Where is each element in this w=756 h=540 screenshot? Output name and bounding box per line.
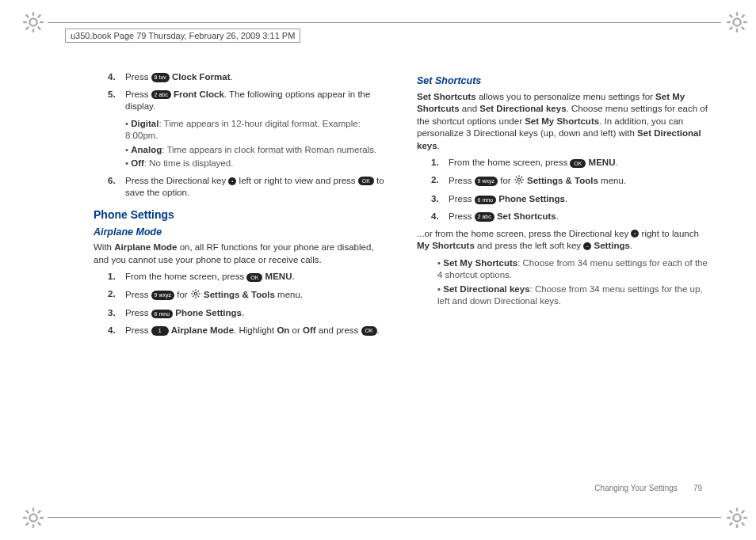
svg-line-41 [193, 291, 194, 292]
corner-gear-icon [22, 507, 44, 529]
svg-line-8 [26, 27, 29, 30]
section-heading: Phone Settings [94, 207, 385, 222]
step: 4.Press 2 abc Set Shortcuts. [417, 211, 708, 223]
bullet: Off: No time is displayed. [125, 158, 385, 170]
step: 5.Press 2 abc Front Clock. The following… [94, 89, 385, 113]
svg-line-42 [197, 295, 199, 297]
phone-key-icon: 6 mno [475, 196, 496, 205]
step: 4.Press 8 tuv Clock Format. [94, 71, 385, 84]
phone-key-icon: 8 tuv [151, 73, 170, 82]
directional-key-icon: • [631, 230, 639, 238]
svg-line-5 [26, 15, 29, 18]
page-footer: Changing Your Settings79 [594, 484, 702, 492]
svg-point-0 [29, 18, 36, 25]
softkey-icon: – [583, 242, 591, 250]
step: 3.Press 6 mno Phone Settings. [417, 193, 708, 206]
paragraph: Set Shortcuts allows you to personalize … [417, 91, 708, 153]
gear-icon [514, 174, 525, 189]
svg-line-25 [38, 511, 41, 514]
phone-key-icon: 9 wxyz [151, 291, 174, 300]
directional-key-icon: • [228, 177, 236, 185]
svg-line-14 [730, 15, 733, 18]
svg-point-9 [733, 18, 740, 25]
svg-point-18 [29, 514, 36, 521]
bullet: Analog: Time appears in clock format wit… [125, 144, 385, 157]
rule [48, 517, 721, 518]
paragraph: ...or from the home screen, press the Di… [417, 228, 708, 253]
phone-key-icon: 6 mno [151, 310, 173, 319]
svg-line-23 [26, 511, 29, 514]
svg-line-35 [730, 523, 733, 526]
left-column: 4.Press 8 tuv Clock Format.5.Press 2 abc… [94, 71, 385, 342]
phone-key-icon: 9 wxyz [475, 177, 498, 186]
svg-line-52 [521, 177, 522, 178]
svg-line-51 [521, 181, 522, 183]
svg-line-15 [742, 27, 745, 30]
phone-key-icon: 1 [151, 326, 169, 336]
bullet: Set Directional keys: Choose from 34 men… [437, 283, 708, 308]
svg-point-27 [733, 514, 740, 521]
svg-line-44 [193, 295, 194, 297]
bullet: Digital: Time appears in 12-hour digital… [125, 118, 385, 143]
svg-line-50 [516, 177, 517, 178]
step: 2.Press 9 wxyz for Settings & Tools menu… [417, 174, 708, 189]
svg-line-26 [26, 523, 29, 526]
svg-line-24 [38, 523, 41, 526]
subsection-heading: Set Shortcuts [417, 74, 708, 88]
gear-icon [190, 288, 201, 303]
page-meta: u350.book Page 79 Thursday, February 26,… [65, 29, 300, 43]
corner-gear-icon [726, 507, 748, 529]
right-column: Set Shortcuts Set Shortcuts allows you t… [417, 71, 708, 342]
phone-key-icon: 2 abc [475, 212, 494, 222]
svg-line-32 [730, 511, 733, 514]
phone-key-icon: OK [570, 159, 586, 169]
step: 1.From the home screen, press OK MENU. [94, 271, 385, 283]
phone-key-icon: OK [361, 326, 377, 336]
bullet: Set My Shortcuts: Choose from 34 menu se… [437, 257, 708, 282]
paragraph: With Airplane Mode on, all RF functions … [94, 241, 385, 266]
svg-line-6 [38, 27, 41, 30]
step: 3.Press 6 mno Phone Settings. [94, 307, 385, 320]
step: 2.Press 9 wxyz for Settings & Tools menu… [94, 288, 385, 303]
phone-key-icon: OK [246, 273, 262, 283]
subsection-heading: Airplane Mode [94, 226, 385, 239]
corner-gear-icon [22, 11, 44, 33]
ok-key-icon: OK [358, 177, 374, 186]
svg-line-17 [730, 27, 733, 30]
corner-gear-icon [726, 11, 748, 33]
svg-line-16 [742, 15, 745, 18]
step: 1.From the home screen, press OK MENU. [417, 157, 708, 169]
svg-line-33 [742, 523, 745, 526]
svg-line-34 [742, 511, 745, 514]
step: 4.Press 1 Airplane Mode. Highlight On or… [94, 325, 385, 337]
svg-line-7 [38, 15, 41, 18]
phone-key-icon: 2 abc [151, 90, 171, 100]
svg-line-43 [197, 291, 199, 292]
svg-line-53 [516, 181, 517, 183]
svg-point-45 [517, 178, 521, 181]
rule [48, 22, 721, 23]
step: 6. Press the Directional key • left or r… [94, 175, 385, 200]
svg-point-36 [194, 292, 197, 295]
